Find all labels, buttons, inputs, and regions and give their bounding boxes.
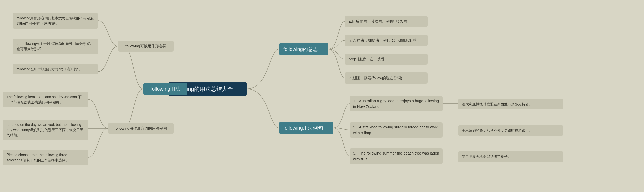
leaf-usage-adj-2[interactable]: following也可作顺船的方向"吹〔流〕的"。 bbox=[13, 64, 98, 74]
leaf-text: prep. 随后，在...以后 bbox=[349, 56, 384, 62]
leaf-usage-adj-1[interactable]: the following作主语时,谓语动词既可用单数形式,也可用复数形式。 bbox=[13, 39, 98, 54]
branch-label: following用作形容词的用法例句 bbox=[115, 126, 167, 131]
leaf-text: 第二年夏天桃树就结满了桃子。 bbox=[462, 154, 511, 159]
leaf-usage-adj-0[interactable]: following用作形容词的基本意思是"接着的",与定冠词the连用可作"下述… bbox=[13, 13, 98, 29]
leaf-meaning-2[interactable]: prep. 随后，在...以后 bbox=[345, 54, 428, 65]
leaf-example-2-zh[interactable]: 第二年夏天桃树就结满了桃子。 bbox=[458, 151, 564, 162]
branch-label: following可以用作形容词 bbox=[125, 43, 166, 49]
branch-usage[interactable]: following用法 bbox=[143, 83, 187, 95]
branch-meaning[interactable]: following的意思 bbox=[279, 43, 328, 55]
leaf-text: 手术后她的膝盖活动不便，走路时被迫跛行。 bbox=[462, 128, 532, 133]
mindmap-canvas: following的用法总结大全 following的意思 adj. 后面的，其… bbox=[0, 0, 644, 192]
leaf-meaning-0[interactable]: adj. 后面的，其次的,下列的,顺风的 bbox=[345, 16, 428, 27]
branch-usage-adjex[interactable]: following用作形容词的用法例句 bbox=[108, 123, 174, 134]
leaf-text: 3、The following summer the peach tree wa… bbox=[353, 150, 439, 162]
leaf-text: adj. 后面的，其次的,下列的,顺风的 bbox=[349, 19, 407, 24]
leaf-text: The following item is a piano solo by Ja… bbox=[7, 94, 84, 105]
branch-usage-adj[interactable]: following可以用作形容词 bbox=[118, 41, 174, 52]
branch-examples-label: following用法例句 bbox=[283, 124, 323, 132]
leaf-text: v. 跟随，接着(follow的现在分词) bbox=[349, 75, 402, 81]
branch-meaning-label: following的意思 bbox=[283, 45, 318, 53]
leaf-text: 澳大利亚橄榄球联盟在新西兰有众多支持者。 bbox=[462, 102, 532, 107]
leaf-text: 1、Australian rugby league enjoys a huge … bbox=[353, 98, 439, 109]
leaf-text: the following作主语时,谓语动词既可用单数形式,也可用复数形式。 bbox=[17, 41, 94, 52]
branch-examples[interactable]: following用法例句 bbox=[279, 122, 333, 134]
leaf-usage-adjex-0[interactable]: The following item is a piano solo by Ja… bbox=[3, 92, 88, 107]
leaf-text: following也可作顺船的方向"吹〔流〕的"。 bbox=[17, 67, 82, 72]
leaf-meaning-3[interactable]: v. 跟随，接着(follow的现在分词) bbox=[345, 72, 428, 84]
leaf-meaning-1[interactable]: n. 崇拜者，拥护者,下列，如下,跟随,随球 bbox=[345, 35, 428, 46]
leaf-example-2-en[interactable]: 3、The following summer the peach tree wa… bbox=[350, 148, 443, 164]
leaf-text: n. 崇拜者，拥护者,下列，如下,跟随,随球 bbox=[349, 37, 416, 43]
leaf-example-0-zh[interactable]: 澳大利亚橄榄球联盟在新西兰有众多支持者。 bbox=[458, 99, 564, 109]
leaf-usage-adjex-2[interactable]: Please choose from the following three s… bbox=[3, 150, 88, 165]
leaf-text: It rained on the day we arrived, but the… bbox=[7, 122, 84, 138]
connector-lines bbox=[0, 0, 644, 192]
leaf-example-0-en[interactable]: 1、Australian rugby league enjoys a huge … bbox=[350, 96, 443, 111]
leaf-example-1-en[interactable]: 2、A stiff knee following surgery forced … bbox=[350, 122, 443, 138]
leaf-usage-adjex-1[interactable]: It rained on the day we arrived, but the… bbox=[3, 120, 88, 140]
leaf-example-1-zh[interactable]: 手术后她的膝盖活动不便，走路时被迫跛行。 bbox=[458, 125, 564, 136]
leaf-text: following用作形容词的基本意思是"接着的",与定冠词the连用可作"下述… bbox=[17, 16, 94, 26]
leaf-text: 2、A stiff knee following surgery forced … bbox=[353, 124, 439, 136]
leaf-text: Please choose from the following three s… bbox=[7, 152, 84, 163]
branch-usage-label: following用法 bbox=[151, 85, 180, 93]
